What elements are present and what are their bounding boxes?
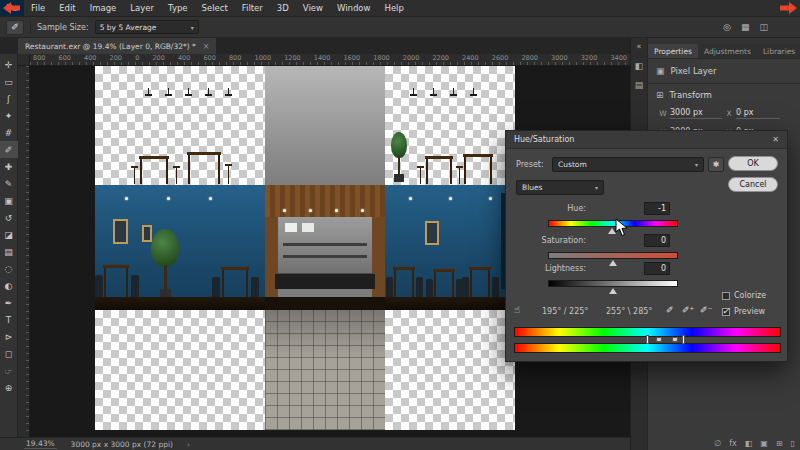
- panel-footer-icon[interactable]: ∅: [714, 439, 721, 448]
- options-icon[interactable]: ◫: [759, 22, 768, 32]
- lightness-slider[interactable]: [548, 280, 678, 287]
- range-marker[interactable]: [646, 335, 649, 344]
- zoom-level[interactable]: 19.43%: [24, 439, 57, 449]
- menu-item[interactable]: Filter: [235, 0, 270, 16]
- tool-button[interactable]: ↺: [0, 209, 18, 226]
- panel-footer-icon[interactable]: fx: [729, 439, 737, 448]
- close-dialog-icon[interactable]: ✕: [772, 135, 779, 144]
- hue-slider[interactable]: [548, 220, 678, 227]
- tool-icon: ◻: [5, 349, 12, 359]
- tool-button[interactable]: ◐: [0, 277, 18, 294]
- lightness-value[interactable]: 0: [644, 262, 670, 275]
- dialog-title-bar[interactable]: Hue/Saturation ✕: [506, 131, 787, 149]
- tool-button[interactable]: ✛: [0, 56, 18, 73]
- right-wall-face: [385, 185, 515, 310]
- lightness-slider-thumb[interactable]: [609, 288, 617, 294]
- panel-icon[interactable]: ◧: [635, 61, 644, 71]
- panel-icon[interactable]: ▤: [635, 80, 644, 90]
- pendant-light: [489, 197, 492, 200]
- colorize-checkbox[interactable]: Colorize: [722, 291, 766, 300]
- ok-button[interactable]: OK: [728, 156, 778, 171]
- panel-footer-icon[interactable]: ◧: [745, 439, 753, 448]
- tool-button[interactable]: ✐: [0, 141, 18, 158]
- tool-icon: ⊳: [5, 332, 13, 342]
- menu-item[interactable]: Layer: [123, 0, 161, 16]
- status-chevron-icon[interactable]: ›: [187, 440, 190, 449]
- preset-select[interactable]: Custom ▾: [552, 157, 704, 172]
- channel-select[interactable]: Blues ▾: [516, 180, 604, 195]
- tab-libraries[interactable]: Libraries: [757, 44, 800, 58]
- eyedropper-plus-icon[interactable]: ✐⁺: [682, 305, 694, 315]
- hand-toggle-icon[interactable]: ☝: [514, 304, 520, 315]
- eyedropper-minus-icon[interactable]: ✐⁻: [700, 305, 712, 315]
- shelf: [283, 243, 367, 246]
- panel-footer-icon[interactable]: ▯: [791, 439, 795, 448]
- transform-section-title: Transform: [670, 90, 712, 100]
- range-marker[interactable]: [656, 337, 662, 342]
- menu-item[interactable]: Help: [378, 0, 411, 16]
- document-tab[interactable]: Restaurant.exr @ 19.4% (Layer 0, RGB/32*…: [18, 38, 216, 54]
- tool-button[interactable]: #: [0, 124, 18, 141]
- ruler-label: 800: [33, 54, 45, 63]
- options-icon[interactable]: ◎: [723, 22, 731, 32]
- tool-button[interactable]: ◻: [0, 345, 18, 362]
- tool-button[interactable]: ✦: [0, 107, 18, 124]
- range-marker[interactable]: [682, 335, 685, 344]
- floor-shadow: [385, 297, 515, 310]
- tool-icon: T: [6, 315, 12, 325]
- dock-icons: ◧▤: [635, 61, 644, 99]
- menu-item[interactable]: View: [296, 0, 330, 16]
- tab-adjustments[interactable]: Adjustments: [698, 44, 757, 58]
- hue-value[interactable]: -1: [644, 202, 670, 215]
- tool-button[interactable]: ⊳: [0, 328, 18, 345]
- transform-x-value[interactable]: 0 px: [736, 108, 780, 119]
- tool-button[interactable]: T: [0, 311, 18, 328]
- tool-button[interactable]: ✚: [0, 158, 18, 175]
- tool-button[interactable]: ▣: [0, 192, 18, 209]
- menu-item[interactable]: Edit: [52, 0, 82, 16]
- menu-item[interactable]: Select: [195, 0, 235, 16]
- tab-properties[interactable]: Properties: [648, 44, 698, 58]
- current-tool-icon[interactable]: ✐: [6, 20, 24, 35]
- tool-button[interactable]: ☞: [0, 362, 18, 379]
- left-wall-face: [95, 185, 265, 310]
- preview-checkbox[interactable]: Preview: [722, 307, 765, 316]
- panel-footer-icon[interactable]: ⊞: [776, 439, 783, 448]
- transform-section-header[interactable]: ⊞ Transform: [648, 84, 800, 106]
- preset-label: Preset:: [516, 160, 544, 169]
- transform-w-value[interactable]: 3000 px: [670, 108, 722, 119]
- preset-menu-button[interactable]: ✱: [708, 157, 724, 172]
- tool-button[interactable]: ▤: [0, 243, 18, 260]
- tool-button[interactable]: ▭: [0, 73, 18, 90]
- menu-item[interactable]: Type: [161, 0, 195, 16]
- tool-button[interactable]: ⊕: [0, 379, 18, 396]
- close-tab-icon[interactable]: ×: [203, 42, 210, 51]
- saturation-slider-thumb[interactable]: [609, 260, 617, 266]
- ruler-corner[interactable]: [18, 54, 30, 66]
- range-marker[interactable]: [672, 337, 678, 342]
- menu-item[interactable]: File: [24, 0, 52, 16]
- menu-item[interactable]: Image: [83, 0, 124, 16]
- saturation-slider[interactable]: [548, 252, 678, 259]
- panel-footer-icon[interactable]: ▣: [760, 439, 768, 448]
- tool-button[interactable]: ✒: [0, 294, 18, 311]
- menu-bar: Ps FileEditImageLayerTypeSelectFilter3DV…: [0, 0, 800, 17]
- ruler-label: 3200: [581, 54, 598, 63]
- sample-size-select[interactable]: 5 by 5 Average ▾: [95, 20, 199, 34]
- cancel-button[interactable]: Cancel: [728, 177, 778, 192]
- ruler-label: 1400: [314, 54, 331, 63]
- plant-pot: [394, 174, 404, 182]
- collapse-panels-icon[interactable]: «: [637, 42, 642, 51]
- ruler-label: 400: [84, 54, 96, 63]
- saturation-value[interactable]: 0: [644, 234, 670, 247]
- eyedropper-icon[interactable]: ✐: [666, 305, 674, 315]
- options-icon[interactable]: ▦: [741, 22, 750, 32]
- tool-button[interactable]: ʃ: [0, 90, 18, 107]
- horizontal-ruler[interactable]: 8006004002000200400600800100012001400160…: [30, 54, 630, 66]
- menu-item[interactable]: 3D: [270, 0, 296, 16]
- tool-button[interactable]: ◪: [0, 226, 18, 243]
- menu-item[interactable]: Window: [330, 0, 378, 16]
- vertical-ruler[interactable]: [18, 66, 30, 437]
- tool-button[interactable]: ◌: [0, 260, 18, 277]
- tool-button[interactable]: ✎: [0, 175, 18, 192]
